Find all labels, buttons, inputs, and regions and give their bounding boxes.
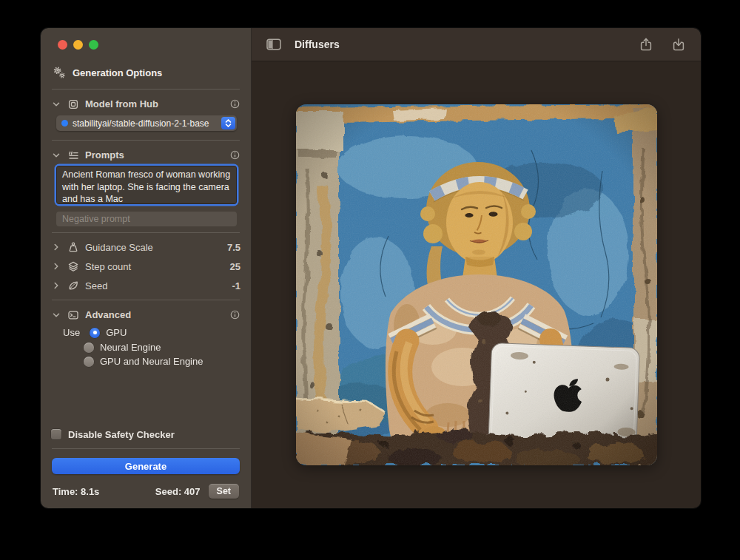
fullscreen-window-button[interactable] <box>89 40 98 50</box>
model-selected-value: stabilityai/stable-diffusion-2-1-base <box>73 118 218 129</box>
chevron-right-icon[interactable] <box>51 261 61 271</box>
fresco-illustration <box>296 104 657 465</box>
radio-gpu-and-neural-engine-label[interactable]: GPU and Neural Engine <box>100 356 203 367</box>
divider <box>52 448 240 449</box>
guidance-icon <box>67 241 79 253</box>
radio-gpu[interactable] <box>90 328 100 338</box>
info-icon[interactable] <box>229 309 240 320</box>
advanced-icon <box>67 309 79 321</box>
guidance-scale-label: Guidance Scale <box>85 242 153 253</box>
radio-neural-engine[interactable] <box>84 343 94 353</box>
chevron-right-icon[interactable] <box>51 242 61 252</box>
model-status-dot <box>61 120 68 126</box>
compute-unit-option: GPU and Neural Engine <box>84 354 240 368</box>
prompts-icon <box>67 149 79 161</box>
info-icon[interactable] <box>229 98 240 109</box>
window-controls <box>51 28 240 61</box>
model-section-label: Model from Hub <box>85 98 158 109</box>
chevron-right-icon[interactable] <box>51 280 61 291</box>
close-window-button[interactable] <box>58 40 67 50</box>
compute-unit-group: Use GPU <box>63 325 240 340</box>
steps-icon <box>67 260 79 272</box>
use-label: Use <box>63 327 80 338</box>
prompts-section-label: Prompts <box>85 149 124 161</box>
step-count-label: Step count <box>85 261 131 272</box>
model-popup-button[interactable]: stabilityai/stable-diffusion-2-1-base <box>56 115 237 131</box>
info-icon[interactable] <box>229 149 240 161</box>
sidebar: Generation Options Model from Hub stabi <box>41 28 252 508</box>
negative-prompt-input[interactable] <box>56 212 237 226</box>
safety-checker-row: Disable Safety Checker <box>51 425 240 444</box>
radio-gpu-label[interactable]: GPU <box>106 327 127 338</box>
minimize-window-button[interactable] <box>73 40 83 50</box>
set-seed-button[interactable]: Set <box>209 484 239 499</box>
last-seed: Seed: 407 <box>155 486 201 497</box>
app-window: Generation Options Model from Hub stabi <box>41 28 701 508</box>
compute-unit-option: Neural Engine <box>84 340 240 354</box>
sidebar-title: Generation Options <box>73 67 162 78</box>
radio-gpu-and-neural-engine[interactable] <box>84 357 94 367</box>
advanced-section-label: Advanced <box>85 309 131 320</box>
prompt-input[interactable]: Ancient Roman fresco of woman working wi… <box>56 166 237 204</box>
divider <box>52 300 240 300</box>
share-icon[interactable] <box>639 37 653 53</box>
step-count-value: 25 <box>230 261 240 272</box>
statusbar: Time: 8.1s Seed: 407 Set <box>51 474 240 508</box>
model-icon <box>67 98 79 110</box>
generation-time: Time: 8.1s <box>53 486 99 497</box>
guidance-scale-row[interactable]: Guidance Scale 7.5 <box>51 237 240 257</box>
model-section-header[interactable]: Model from Hub <box>51 94 240 114</box>
titlebar: Diffusers <box>252 28 701 61</box>
seed-row[interactable]: Seed -1 <box>51 276 240 295</box>
chevron-down-icon[interactable] <box>51 310 61 320</box>
divider <box>52 232 240 233</box>
prompts-section-header[interactable]: Prompts <box>51 145 240 165</box>
step-count-row[interactable]: Step count 25 <box>51 257 240 276</box>
popup-chevrons-icon[interactable] <box>221 117 235 129</box>
gears-icon <box>53 66 66 79</box>
disable-safety-checker-label[interactable]: Disable Safety Checker <box>68 429 175 440</box>
window-title: Diffusers <box>295 38 340 50</box>
generate-button[interactable]: Generate <box>52 458 240 474</box>
chevron-down-icon[interactable] <box>51 150 61 161</box>
divider <box>52 89 240 90</box>
sidebar-toggle-icon[interactable] <box>266 38 281 50</box>
image-canvas <box>252 61 701 508</box>
sidebar-spacer <box>51 368 240 425</box>
radio-neural-engine-label[interactable]: Neural Engine <box>100 342 161 353</box>
seed-icon <box>67 280 79 291</box>
generated-image[interactable] <box>296 104 657 465</box>
disable-safety-checker-checkbox[interactable] <box>51 429 61 439</box>
seed-label: Seed <box>85 280 107 291</box>
seed-value: -1 <box>232 280 240 291</box>
download-icon[interactable] <box>671 37 686 53</box>
advanced-section-header[interactable]: Advanced <box>51 305 240 325</box>
chevron-down-icon[interactable] <box>51 99 61 109</box>
main-area: Diffusers <box>252 28 701 508</box>
divider <box>52 140 240 141</box>
guidance-scale-value: 7.5 <box>227 242 240 253</box>
sidebar-header: Generation Options <box>51 61 240 84</box>
